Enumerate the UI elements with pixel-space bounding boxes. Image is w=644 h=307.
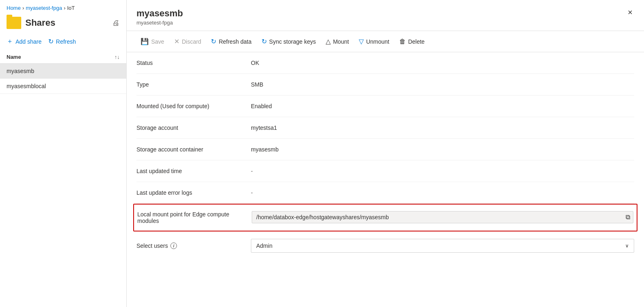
select-users-dropdown[interactable]: Admin ∨ [251,239,634,253]
sidebar-list-header: Name ↑↓ [0,51,126,64]
refresh-button[interactable]: ↻ Refresh [48,36,76,47]
panel-title: myasesmb [136,8,183,19]
mount-point-row: Local mount point for Edge compute modul… [133,204,637,231]
mount-button[interactable]: △ Mount [322,35,353,48]
save-icon: 💾 [141,38,149,45]
unmount-button[interactable]: ▽ Unmount [355,35,394,48]
last-updated-label: Last updated time [136,168,251,174]
save-button[interactable]: 💾 Save [136,35,168,48]
breadcrumb-resource[interactable]: myasetest-fpga [26,5,62,11]
sync-icon: ↻ [262,38,267,45]
type-value: SMB [251,81,634,88]
status-label: Status [136,60,251,66]
unmount-icon: ▽ [359,38,364,45]
last-error-value: - [251,189,634,196]
storage-account-value: mytestsa1 [251,125,634,131]
last-updated-row: Last updated time - [136,160,634,182]
panel-header: myasesmb myasetest-fpga × [127,0,644,31]
name-column-header: Name [7,54,21,60]
sidebar-item-myasesmblocal[interactable]: myasesmblocal [0,79,126,94]
breadcrumb-current: IoT [67,5,75,11]
add-share-button[interactable]: ＋ Add share [7,36,42,47]
sidebar: Home › myasetest-fpga › IoT Shares 🖨 ＋ A… [0,0,127,307]
last-error-row: Last update error logs - [136,182,634,204]
storage-container-label: Storage account container [136,146,251,153]
panel-subtitle: myasetest-fpga [136,20,183,26]
storage-account-label: Storage account [136,125,251,131]
type-row: Type SMB [136,74,634,96]
storage-container-row: Storage account container myasesmb [136,139,634,160]
mount-icon: △ [326,38,331,45]
mount-point-label: Local mount point for Edge compute modul… [137,211,252,224]
delete-icon: 🗑 [399,38,406,45]
mount-input-wrapper: ⧉ [252,211,633,223]
status-value: OK [251,60,634,66]
breadcrumb-home[interactable]: Home [7,5,21,11]
chevron-down-icon: ∨ [625,243,629,249]
discard-icon: ✕ [174,38,179,45]
mounted-value: Enabled [251,103,634,109]
select-users-label: Select users i [136,242,251,249]
refresh-icon: ↻ [48,38,54,45]
sync-storage-button[interactable]: ↻ Sync storage keys [257,35,320,48]
close-button[interactable]: × [626,8,634,16]
refresh-data-button[interactable]: ↻ Refresh data [207,35,255,48]
mounted-row: Mounted (Used for compute) Enabled [136,96,634,117]
mounted-label: Mounted (Used for compute) [136,103,251,109]
last-error-label: Last update error logs [136,189,251,196]
panel-title-block: myasesmb myasetest-fpga [136,8,183,26]
mount-point-input[interactable] [252,211,633,223]
discard-button[interactable]: ✕ Discard [170,35,205,48]
toolbar: 💾 Save ✕ Discard ↻ Refresh data ↻ Sync s… [127,31,644,52]
last-updated-value: - [251,168,634,174]
delete-button[interactable]: 🗑 Delete [395,36,429,48]
breadcrumb: Home › myasetest-fpga › IoT [0,0,126,13]
content: Status OK Type SMB Mounted (Used for com… [127,52,644,307]
storage-container-value: myasesmb [251,146,634,153]
select-users-value: Admin [256,242,273,249]
sidebar-item-myasesmb[interactable]: myasesmb [0,64,126,79]
refresh-data-icon: ↻ [211,38,216,45]
add-icon: ＋ [7,37,13,46]
sidebar-title: Shares [25,18,108,28]
sidebar-header: Shares 🖨 [0,13,126,32]
copy-button[interactable]: ⧉ [625,213,631,222]
info-icon[interactable]: i [170,242,177,249]
storage-account-row: Storage account mytestsa1 [136,117,634,139]
folder-icon [7,17,21,29]
sidebar-actions: ＋ Add share ↻ Refresh [0,32,126,51]
status-row: Status OK [136,52,634,74]
select-users-row: Select users i Admin ∨ [136,231,634,260]
print-icon[interactable]: 🖨 [112,19,120,27]
main-panel: myasesmb myasetest-fpga × 💾 Save ✕ Disca… [127,0,644,307]
type-label: Type [136,81,251,88]
sort-icon[interactable]: ↑↓ [114,54,120,60]
